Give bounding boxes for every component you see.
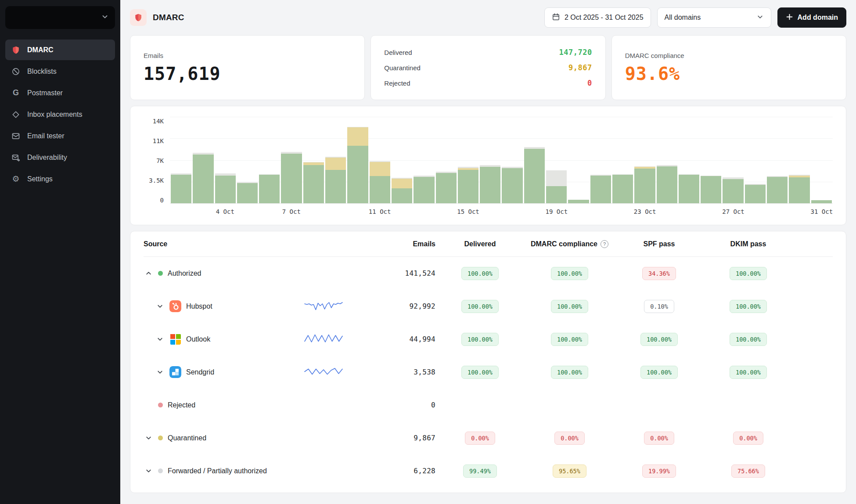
status-dot <box>158 468 163 473</box>
chevron-spacer <box>144 400 153 410</box>
chevron-down-icon[interactable] <box>144 466 153 476</box>
table-row[interactable]: Outlook44,994100.00%100.00%100.00%100.00… <box>144 323 833 356</box>
dmarc-badge: 0.00% <box>554 432 585 445</box>
sidebar-item-postmaster[interactable]: GPostmaster <box>5 83 115 103</box>
hubspot-icon <box>169 300 181 312</box>
dmarc-cell: 100.00% <box>525 267 615 280</box>
y-tick-label: 3.5K <box>149 177 164 184</box>
volume-sparkline <box>304 333 343 346</box>
chart-bar <box>679 117 699 203</box>
dkim-cell: 100.00% <box>704 267 793 280</box>
google-icon: G <box>11 88 21 98</box>
spf-cell: 0.10% <box>615 300 704 313</box>
chart-bar <box>281 117 302 203</box>
spf-badge: 19.99% <box>642 464 676 478</box>
source-name: Hubspot <box>186 302 212 310</box>
gear-icon: ⚙ <box>11 174 21 184</box>
chart-bar <box>414 117 434 203</box>
dkim-cell: 100.00% <box>704 366 793 379</box>
column-header-dkim-pass: DKIM pass <box>704 240 793 248</box>
sidebar-item-email-tester[interactable]: Email tester <box>5 126 115 146</box>
chevron-down-icon[interactable] <box>144 433 153 443</box>
dkim-badge: 100.00% <box>730 366 767 379</box>
chart-bar <box>546 117 567 203</box>
emails-count: 3,538 <box>385 368 435 376</box>
chevron-down-icon[interactable] <box>155 367 165 377</box>
chart-bar <box>237 117 258 203</box>
chevron-down-icon <box>101 13 109 22</box>
date-range-button[interactable]: 2 Oct 2025 - 31 Oct 2025 <box>544 7 651 28</box>
chevron-down-icon[interactable] <box>155 302 165 311</box>
emails-count: 6,228 <box>385 467 435 475</box>
sparkline-cell <box>304 366 385 379</box>
chart-bar <box>392 117 412 203</box>
source-cell: Outlook <box>144 333 304 345</box>
dmarc-badge: 95.65% <box>553 464 586 478</box>
date-range-label: 2 Oct 2025 - 31 Oct 2025 <box>565 14 644 22</box>
dmarc-cell: 100.00% <box>525 366 615 379</box>
table-header: SourceEmailsDeliveredDMARC compliance ?S… <box>144 231 833 257</box>
column-header-emails: Emails <box>385 240 435 248</box>
x-tick-label: 11 Oct <box>369 208 391 215</box>
chart-bar <box>524 117 545 203</box>
chevron-up-icon[interactable] <box>144 269 153 278</box>
workspace-selector[interactable] <box>5 6 115 29</box>
y-tick-label: 0 <box>160 197 164 204</box>
dmarc-shield-icon <box>130 9 147 26</box>
table-row[interactable]: Hubspot92,992100.00%100.00%0.10%100.00% <box>144 290 833 323</box>
spf-cell: 0.00% <box>615 432 704 445</box>
column-header-dmarc-compliance: DMARC compliance ? <box>525 240 615 248</box>
status-dot <box>158 271 163 276</box>
dkim-badge: 75.66% <box>731 464 765 478</box>
dkim-badge: 100.00% <box>730 267 767 280</box>
table-row[interactable]: Sendgrid3,538100.00%100.00%100.00%100.00… <box>144 356 833 389</box>
chart-bar <box>436 117 457 203</box>
column-header-delivered: Delivered <box>435 240 525 248</box>
status-dot <box>158 436 163 440</box>
delivered-cell: 99.49% <box>435 464 525 478</box>
dkim-badge: 100.00% <box>730 333 767 346</box>
add-domain-button[interactable]: Add domain <box>777 7 846 28</box>
source-cell: Quarantined <box>144 433 304 443</box>
spf-cell: 19.99% <box>615 464 704 478</box>
source-cell: Hubspot <box>144 300 304 312</box>
emails-total-value: 157,619 <box>144 64 351 84</box>
sidebar-item-inbox-placements[interactable]: Inbox placements <box>5 104 115 125</box>
chevron-down-icon[interactable] <box>155 335 165 344</box>
sidebar-item-label: Inbox placements <box>27 111 82 119</box>
volume-sparkline <box>304 366 343 379</box>
chart-bar <box>215 117 236 203</box>
y-tick-label: 14K <box>153 118 164 125</box>
sidebar-item-deliverability[interactable]: Deliverability <box>5 147 115 168</box>
table-row[interactable]: Authorized141,524100.00%100.00%34.36%100… <box>144 257 833 290</box>
dkim-cell: 75.66% <box>704 464 793 478</box>
breakdown-label: Quarantined <box>384 64 421 72</box>
page-title: DMARC <box>153 13 184 22</box>
spf-badge: 0.00% <box>644 432 674 445</box>
table-row[interactable]: Forwarded / Partially authorized6,22899.… <box>144 454 833 487</box>
spf-cell: 100.00% <box>615 366 704 379</box>
delivered-badge: 100.00% <box>461 300 499 313</box>
breakdown-label: Delivered <box>384 49 412 56</box>
breakdown-row: Quarantined9,867 <box>384 63 592 72</box>
info-icon[interactable]: ? <box>601 240 608 248</box>
delivered-badge: 100.00% <box>461 366 499 379</box>
table-row[interactable]: Quarantined9,8670.00%0.00%0.00%0.00% <box>144 421 833 454</box>
breakdown-card: Delivered147,720Quarantined9,867Rejected… <box>370 35 605 100</box>
mail-icon <box>11 131 21 141</box>
breakdown-value: 0 <box>587 79 592 87</box>
sidebar-item-blocklists[interactable]: Blocklists <box>5 61 115 82</box>
status-dot <box>158 403 163 407</box>
chart-bar <box>303 117 324 203</box>
sidebar-item-label: Settings <box>27 175 53 183</box>
delivered-cell: 0.00% <box>435 432 525 445</box>
source-cell: Authorized <box>144 269 304 278</box>
sidebar-item-label: Postmaster <box>27 89 63 97</box>
dkim-badge: 0.00% <box>733 432 763 445</box>
chart-bar <box>811 117 832 203</box>
dmarc-cell: 100.00% <box>525 333 615 346</box>
sidebar-item-settings[interactable]: ⚙Settings <box>5 169 115 189</box>
sidebar-item-dmarc[interactable]: DMARC <box>5 40 115 60</box>
domain-filter-select[interactable]: All domains <box>657 7 771 28</box>
chart-bar <box>347 117 368 203</box>
